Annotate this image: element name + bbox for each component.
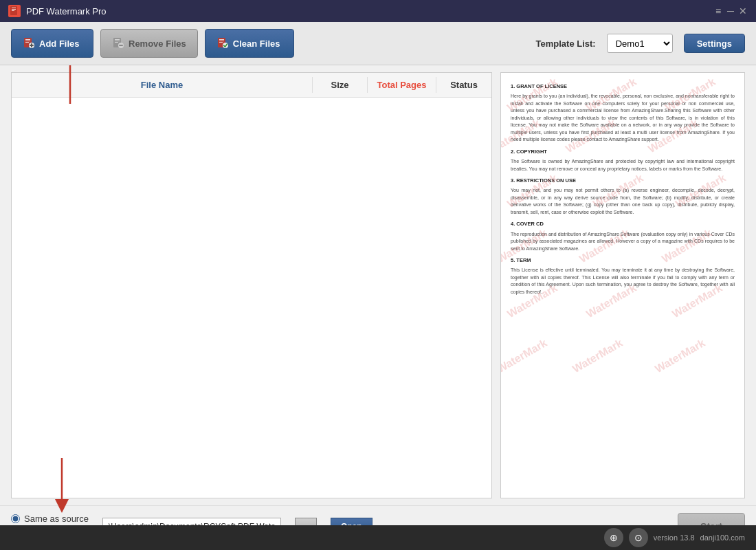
toolbar: Add Files Remove Files (0, 22, 756, 65)
add-files-label: Add Files (39, 38, 80, 49)
svg-rect-5 (25, 39, 30, 40)
svg-rect-20 (219, 42, 223, 43)
section3-title: 3. RESTRICTIONS ON USE (511, 177, 735, 184)
svg-rect-13 (115, 41, 120, 41)
app-icon (8, 5, 21, 17)
svg-rect-6 (25, 41, 30, 41)
svg-rect-14 (115, 42, 118, 43)
section3-text: You may not, and you may not permit othe… (511, 187, 735, 216)
watermark-17: WaterMark (569, 335, 625, 377)
section4-text: The reproduction and distribution of Ama… (511, 231, 735, 253)
remove-files-icon (112, 36, 124, 51)
title-bar-controls: ≡ ─ ✕ (713, 6, 748, 16)
template-select[interactable]: Demo1 Demo2 Demo3 (607, 34, 673, 53)
svg-rect-16 (119, 45, 123, 46)
add-files-icon (23, 36, 35, 51)
section4-title: 4. COVER CD (511, 220, 735, 228)
clean-files-label: Clean Files (233, 38, 280, 49)
content-area: File Name Size Total Pages Status (0, 65, 756, 505)
footer-icon-1[interactable]: ⊕ (604, 528, 623, 547)
site-text: danji100.com (700, 534, 745, 542)
menu-button[interactable]: ≡ (713, 6, 723, 16)
main-content: Add Files Remove Files (0, 22, 756, 550)
title-bar: PDF Watermark Pro ≡ ─ ✕ (0, 0, 756, 22)
col-filename-header: File Name (12, 77, 313, 93)
section2-text: The Software is owned by AmazingShare an… (511, 158, 735, 173)
section1-text: Here by grants to you (an individual), t… (511, 93, 735, 144)
same-source-option[interactable]: Same as source (11, 514, 89, 524)
watermark-16: WaterMark (501, 335, 551, 377)
clean-files-icon (216, 36, 229, 51)
col-size-header: Size (313, 77, 368, 93)
col-status-header: Status (436, 77, 491, 93)
remove-files-button[interactable]: Remove Files (100, 29, 198, 58)
file-list-panel: File Name Size Total Pages Status (11, 72, 492, 498)
app-title: PDF Watermark Pro (26, 6, 107, 16)
col-pages-prefix: Total (377, 80, 397, 90)
svg-rect-2 (12, 9, 16, 10)
svg-rect-19 (219, 41, 224, 41)
svg-rect-1 (12, 8, 16, 8)
section5-text: This License is effective until terminat… (511, 267, 735, 296)
col-pages-suffix: Pages (398, 80, 427, 90)
close-button[interactable]: ✕ (738, 6, 748, 16)
settings-button[interactable]: Settings (684, 34, 745, 53)
preview-content: 1. GRANT OF LICENSE Here by grants to yo… (501, 73, 744, 498)
file-list-body[interactable] (12, 98, 491, 498)
add-files-button[interactable]: Add Files (11, 29, 93, 58)
remove-files-label: Remove Files (129, 38, 186, 49)
same-source-label: Same as source (24, 514, 89, 524)
footer-bar: ⊕ ⊙ version 13.8 danji100.com (0, 525, 756, 550)
file-list-header: File Name Size Total Pages Status (12, 73, 491, 98)
preview-panel: 1. GRANT OF LICENSE Here by grants to yo… (500, 72, 745, 498)
section1-title: 1. GRANT OF LICENSE (511, 82, 735, 90)
svg-rect-12 (115, 39, 120, 40)
version-text: version 13.8 (654, 534, 695, 542)
same-source-radio[interactable] (11, 514, 20, 523)
col-pages-header: Total Pages (368, 77, 436, 93)
template-label: Template List: (536, 38, 596, 49)
settings-label: Settings (697, 38, 732, 49)
svg-rect-18 (219, 39, 224, 40)
clean-files-button[interactable]: Clean Files (205, 29, 294, 58)
footer-icon-2[interactable]: ⊙ (629, 528, 648, 547)
title-bar-left: PDF Watermark Pro (8, 5, 107, 17)
watermark-18: WaterMark (652, 335, 708, 377)
svg-rect-7 (25, 42, 29, 43)
section2-title: 2. COPYRIGHT (511, 148, 735, 155)
section5-title: 5. TERM (511, 256, 735, 264)
svg-rect-10 (30, 45, 34, 46)
minimize-button[interactable]: ─ (726, 6, 735, 16)
svg-rect-3 (12, 10, 14, 11)
